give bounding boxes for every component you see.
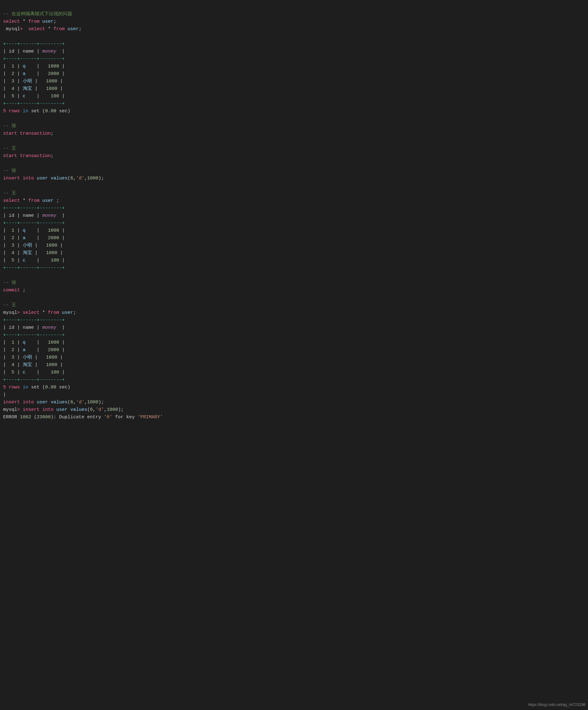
mysql-prompt-2: mysql> select * from user;	[3, 310, 76, 315]
comment-wang-2: -- 王	[3, 191, 16, 196]
table1-row-2: | 2 | a | 2000 |	[3, 71, 65, 76]
cursor-line: |	[3, 392, 6, 398]
comment-wang-1: -- 王	[3, 146, 16, 151]
rows-count-1: 5 rows	[3, 109, 20, 114]
table3-row-1: | 1 | q | 1000 |	[3, 340, 65, 345]
from-keyword-1: from	[28, 19, 40, 24]
table3-header: | id | name | money |	[3, 325, 65, 330]
table1-row-3: | 3 | 小明 | 1000 |	[3, 79, 63, 84]
table1-row-5: | 5 | c | 100 |	[3, 94, 65, 99]
table2-row-1: | 1 | q | 1000 |	[3, 228, 65, 233]
mysql-prompt-1: mysql> select * from user;	[3, 26, 81, 32]
table3-row-4: | 4 | 淘宝 | 1000 |	[3, 362, 63, 368]
table3-border-top: +----+------+--------+	[3, 317, 65, 323]
table2-row-4: | 4 | 淘宝 | 1000 |	[3, 250, 63, 256]
table2-header: | id | name | money |	[3, 213, 65, 218]
watermark: https://blog.csdn.net/qq_44723296	[528, 702, 586, 708]
table3-border-bot: +----+------+--------+	[3, 377, 65, 382]
table2-row-2: | 2 | a | 2000 |	[3, 235, 65, 241]
table2-row-3: | 3 | 小明 | 1000 |	[3, 243, 63, 248]
commit-keyword: commit	[3, 288, 20, 293]
mysql-prompt-3: mysql> insert into user values(6,'d',100…	[3, 407, 123, 412]
table1-border-top: +----+------+--------+	[3, 41, 65, 47]
comment-zhang-2: -- 张	[3, 168, 16, 173]
table1-row-1: | 1 | q | 1000 |	[3, 64, 65, 69]
table1-header: | id | name | money |	[3, 49, 65, 54]
start-keyword-1: start	[3, 131, 17, 136]
table1-border-mid: +----+------+--------+	[3, 56, 65, 62]
table3-row-5: | 5 | c | 100 |	[3, 370, 65, 375]
select-keyword-1: select	[3, 19, 20, 24]
table1-row-4: | 4 | 淘宝 | 1000 |	[3, 86, 63, 91]
table2-border-bot: +----+------+--------+	[3, 265, 65, 270]
error-line: ERROR 1062 (23000): Duplicate entry '6' …	[3, 415, 163, 420]
table2-row-5: | 5 | c | 100 |	[3, 258, 65, 263]
table1-border-bot: +----+------+--------+	[3, 101, 65, 106]
insert-keyword-1: insert	[3, 176, 20, 181]
table3-row-2: | 2 | a | 2000 |	[3, 347, 65, 353]
table3-row-3: | 3 | 小明 | 1000 |	[3, 355, 63, 360]
table2-border-mid: +----+------+--------+	[3, 220, 65, 226]
insert-keyword-2: insert	[3, 400, 20, 405]
comment-zhang-3: -- 张	[3, 280, 16, 285]
comment-wang-3: -- 王	[3, 303, 16, 308]
table2-border-top: +----+------+--------+	[3, 206, 65, 211]
comment-zhang-1: -- 张	[3, 123, 16, 129]
comment-line-1: -- 在这种隔离模式下出现的问题	[3, 11, 72, 17]
select-keyword-2: select	[3, 198, 20, 204]
table3-border-mid: +----+------+--------+	[3, 332, 65, 338]
start-keyword-2: start	[3, 153, 17, 159]
rows-count-3: 5 rows	[3, 385, 20, 390]
code-content: -- 在这种隔离模式下出现的问题 select * from user; mys…	[3, 3, 588, 421]
table-ref-1: user	[42, 19, 53, 24]
